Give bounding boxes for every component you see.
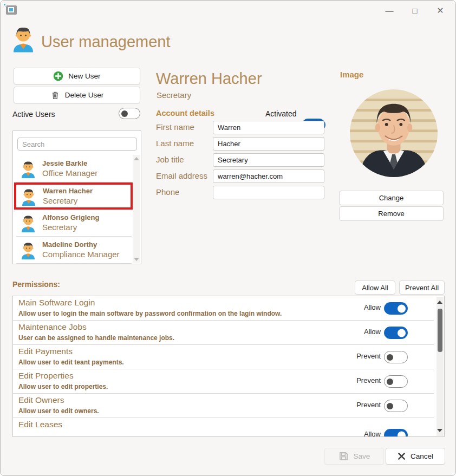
detail-user-name: Warren Hacher xyxy=(156,70,262,88)
image-section-title: Image xyxy=(340,70,363,79)
user-role: Compliance Manager xyxy=(42,250,120,259)
permission-toggle[interactable] xyxy=(384,302,408,315)
permission-state-label: Prevent xyxy=(356,376,381,384)
permission-state-label: Allow xyxy=(364,328,381,336)
profile-photo xyxy=(350,89,438,177)
user-role: Office Manager xyxy=(42,168,97,178)
allow-all-label: Allow All xyxy=(362,284,388,292)
detail-user-role: Secretary xyxy=(157,90,191,100)
last-name-label: Last name xyxy=(156,139,194,148)
permissions-title: Permissions: xyxy=(12,280,60,289)
phone-label: Phone xyxy=(156,187,179,197)
minimize-button[interactable]: — xyxy=(380,3,399,17)
change-image-button[interactable]: Change xyxy=(339,191,444,205)
user-avatar-icon xyxy=(19,187,38,208)
phone-field[interactable] xyxy=(213,186,324,199)
scroll-up-icon[interactable] xyxy=(134,157,139,160)
user-list-item[interactable]: Madeline Dorthy Compliance Manager xyxy=(14,237,133,264)
activated-label: Activated xyxy=(265,109,297,118)
remove-image-label: Remove xyxy=(378,210,404,218)
close-button[interactable]: ✕ xyxy=(431,3,450,17)
cancel-icon xyxy=(398,452,406,460)
user-name: Alfonso Grigleng xyxy=(42,213,99,221)
scroll-down-icon[interactable] xyxy=(134,258,139,261)
plus-icon xyxy=(53,71,63,81)
permission-row: Maintenance Jobs User can be assigned to… xyxy=(13,321,434,345)
scroll-up-icon[interactable] xyxy=(437,301,442,304)
cancel-button[interactable]: Cancel xyxy=(386,448,445,465)
permission-row: Edit Leases Allow xyxy=(13,418,434,437)
prevent-all-label: Prevent All xyxy=(405,284,439,292)
scrollbar-thumb[interactable] xyxy=(438,309,442,352)
permission-row: Edit Owners Allow user to edit owners. P… xyxy=(13,394,434,418)
save-button[interactable]: Save xyxy=(324,448,384,465)
first-name-field[interactable] xyxy=(213,121,324,134)
email-field[interactable] xyxy=(213,169,324,183)
page-title: User management xyxy=(41,33,171,51)
permission-toggle[interactable] xyxy=(384,351,408,363)
permission-title: Edit Payments xyxy=(18,347,73,356)
permission-title: Edit Owners xyxy=(18,395,64,405)
permission-toggle[interactable] xyxy=(384,375,408,388)
user-management-icon xyxy=(9,24,38,55)
permission-toggle[interactable] xyxy=(384,400,408,412)
job-title-field[interactable] xyxy=(213,153,324,167)
save-label: Save xyxy=(354,452,370,460)
user-list-item-selected[interactable]: Warren Hacher Secretary xyxy=(14,182,133,210)
maximize-button[interactable]: □ xyxy=(406,3,424,17)
permission-row: Edit Properties Allow user to edit prope… xyxy=(13,369,434,394)
permission-toggle[interactable] xyxy=(384,327,408,339)
user-management-window: — □ ✕ User management New User xyxy=(0,0,456,476)
cancel-label: Cancel xyxy=(411,452,433,460)
permissions-list: Main Software Login Allow user to login … xyxy=(12,296,445,437)
app-icon xyxy=(6,5,17,15)
user-avatar-icon xyxy=(18,213,38,235)
permission-row: Edit Payments Allow user to edit teant p… xyxy=(13,345,434,369)
user-avatar-icon xyxy=(18,159,38,181)
user-list-scrollbar[interactable] xyxy=(133,155,140,263)
save-icon xyxy=(338,451,349,461)
permission-title: Maintenance Jobs xyxy=(18,322,87,332)
new-user-label: New User xyxy=(68,72,100,80)
permission-description: Allow user to edit teant payments. xyxy=(18,358,124,366)
active-users-label: Active Users xyxy=(12,110,55,119)
change-image-label: Change xyxy=(379,194,404,202)
permission-description: Allow user to edit properties. xyxy=(18,383,108,390)
scroll-down-icon[interactable] xyxy=(437,429,442,432)
permissions-scrollbar[interactable] xyxy=(437,297,444,436)
permission-description: Allow user to login the main software by… xyxy=(18,310,282,317)
remove-image-button[interactable]: Remove xyxy=(339,206,444,221)
allow-all-button[interactable]: Allow All xyxy=(355,281,395,295)
permission-state-label: Allow xyxy=(364,430,381,437)
permission-row: Main Software Login Allow user to login … xyxy=(13,296,434,321)
user-name: Jessie Barkle xyxy=(42,159,87,167)
permission-title: Main Software Login xyxy=(18,298,95,308)
last-name-field[interactable] xyxy=(213,137,324,151)
account-details-label: Account details xyxy=(156,109,214,118)
active-users-toggle[interactable] xyxy=(119,108,140,119)
permission-toggle[interactable] xyxy=(384,429,408,437)
permission-description: User can be assigned to handle maintenan… xyxy=(18,334,174,342)
prevent-all-button[interactable]: Prevent All xyxy=(399,281,445,295)
permission-description: Allow user to edit owners. xyxy=(18,407,99,415)
permission-state-label: Allow xyxy=(364,303,381,311)
email-address-label: Email address xyxy=(156,171,207,180)
user-avatar-icon xyxy=(18,240,38,262)
user-role: Secretary xyxy=(42,223,77,232)
user-list-item[interactable]: Alfonso Grigleng Secretary xyxy=(14,210,133,237)
first-name-label: First name xyxy=(156,122,194,132)
user-name: Madeline Dorthy xyxy=(42,240,97,249)
permission-title: Edit Properties xyxy=(18,371,74,381)
user-list-panel: Jessie Barkle Office Manager Warren Hach… xyxy=(12,131,141,264)
search-input[interactable] xyxy=(17,138,137,151)
new-user-button[interactable]: New User xyxy=(14,68,140,84)
permission-state-label: Prevent xyxy=(356,352,381,360)
job-title-label: Job title xyxy=(156,155,184,164)
permission-title: Edit Leases xyxy=(18,420,62,429)
user-list-item[interactable]: Jessie Barkle Office Manager xyxy=(14,155,133,182)
permission-state-label: Prevent xyxy=(356,401,381,409)
user-name: Warren Hacher xyxy=(43,187,93,195)
delete-user-label: Delete User xyxy=(65,91,103,99)
delete-user-button[interactable]: Delete User xyxy=(14,87,140,103)
trash-icon xyxy=(50,90,60,100)
